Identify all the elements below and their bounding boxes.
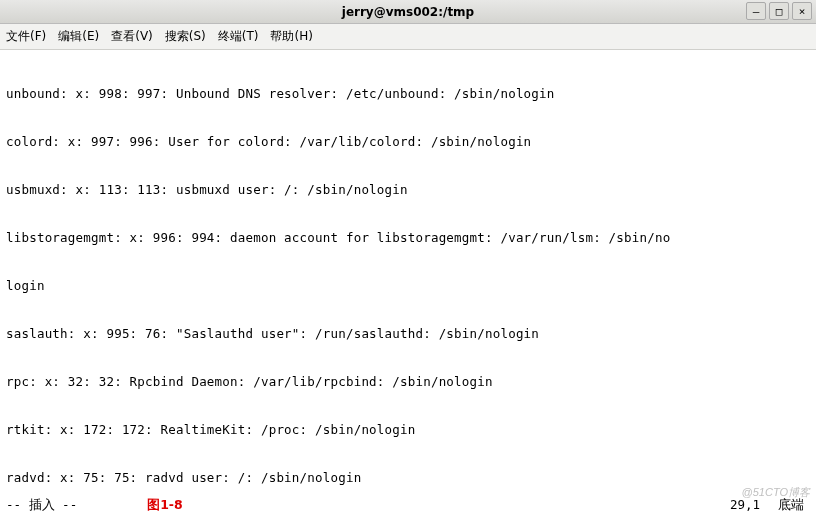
figure-label: 图1-8 (147, 497, 183, 514)
terminal-line: usbmuxd: x: 113: 113: usbmuxd user: /: /… (6, 182, 810, 198)
menu-bar: 文件(F) 编辑(E) 查看(V) 搜索(S) 终端(T) 帮助(H) (0, 24, 816, 50)
terminal-line: colord: x: 997: 996: User for colord: /v… (6, 134, 810, 150)
menu-file[interactable]: 文件(F) (6, 28, 46, 45)
status-line: -- 插入 -- 图1-8 29,1 底端 (0, 495, 816, 516)
close-button[interactable]: × (792, 2, 812, 20)
terminal-line: rpc: x: 32: 32: Rpcbind Daemon: /var/lib… (6, 374, 810, 390)
menu-terminal[interactable]: 终端(T) (218, 28, 259, 45)
maximize-button[interactable]: □ (769, 2, 789, 20)
scroll-indicator: 底端 (778, 497, 804, 514)
menu-view[interactable]: 查看(V) (111, 28, 153, 45)
minimize-button[interactable]: – (746, 2, 766, 20)
window-title: jerry@vms002:/tmp (0, 5, 816, 19)
terminal-line: radvd: x: 75: 75: radvd user: /: /sbin/n… (6, 470, 810, 486)
mode-indicator: -- 插入 -- (6, 497, 77, 514)
window-controls: – □ × (746, 2, 812, 20)
menu-help[interactable]: 帮助(H) (270, 28, 312, 45)
terminal-area[interactable]: unbound: x: 998: 997: Unbound DNS resolv… (0, 50, 816, 518)
terminal-line: unbound: x: 998: 997: Unbound DNS resolv… (6, 86, 810, 102)
cursor-position: 29,1 (730, 497, 760, 514)
menu-edit[interactable]: 编辑(E) (58, 28, 99, 45)
terminal-line: rtkit: x: 172: 172: RealtimeKit: /proc: … (6, 422, 810, 438)
terminal-line: libstoragemgmt: x: 996: 994: daemon acco… (6, 230, 810, 246)
terminal-line: login (6, 278, 810, 294)
terminal-line: saslauth: x: 995: 76: "Saslauthd user": … (6, 326, 810, 342)
title-bar: jerry@vms002:/tmp – □ × (0, 0, 816, 24)
menu-search[interactable]: 搜索(S) (165, 28, 206, 45)
